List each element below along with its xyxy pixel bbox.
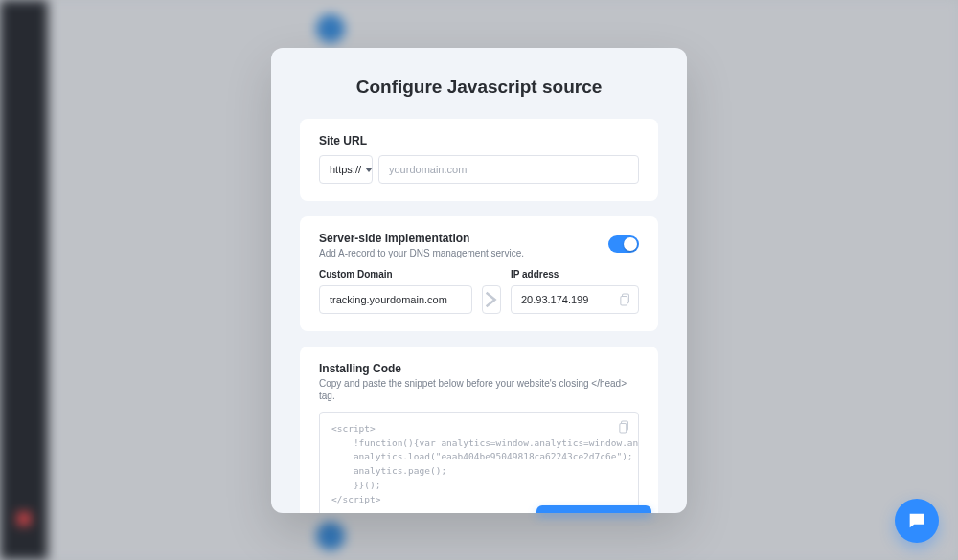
chevron-down-icon [365, 168, 373, 172]
chat-fab[interactable] [895, 499, 939, 543]
server-side-subtitle: Add A-record to your DNS management serv… [319, 247, 524, 259]
server-side-title: Server-side implementation [319, 232, 524, 245]
site-url-input[interactable] [378, 155, 639, 184]
svg-rect-1 [621, 297, 627, 305]
installing-code-title: Installing Code [319, 362, 639, 375]
copy-icon[interactable] [620, 293, 631, 306]
server-side-card: Server-side implementation Add A-record … [300, 216, 658, 331]
custom-domain-input[interactable] [319, 285, 472, 314]
server-side-toggle[interactable] [608, 235, 639, 253]
primary-button-peek[interactable] [536, 505, 651, 513]
svg-rect-3 [620, 424, 627, 433]
modal-title: Configure Javascript source [300, 77, 658, 98]
site-url-card: Site URL https:// [300, 119, 658, 201]
code-snippet-text: <script> !function(){var analytics=windo… [331, 423, 639, 504]
installing-code-card: Installing Code Copy and paste the snipp… [300, 347, 658, 513]
toggle-knob [624, 237, 637, 251]
code-snippet-box[interactable]: <script> !function(){var analytics=windo… [319, 412, 639, 513]
site-url-label: Site URL [319, 134, 639, 147]
custom-domain-label: Custom Domain [319, 269, 472, 280]
arrow-right-icon [482, 285, 501, 314]
configure-js-source-modal: Configure Javascript source Site URL htt… [271, 48, 687, 513]
protocol-value: https:// [330, 164, 361, 175]
chat-icon [906, 510, 927, 531]
copy-icon[interactable] [619, 420, 630, 434]
ip-label: IP address [511, 269, 639, 280]
installing-code-subtitle: Copy and paste the snippet below before … [319, 377, 639, 402]
protocol-select[interactable]: https:// [319, 155, 373, 184]
